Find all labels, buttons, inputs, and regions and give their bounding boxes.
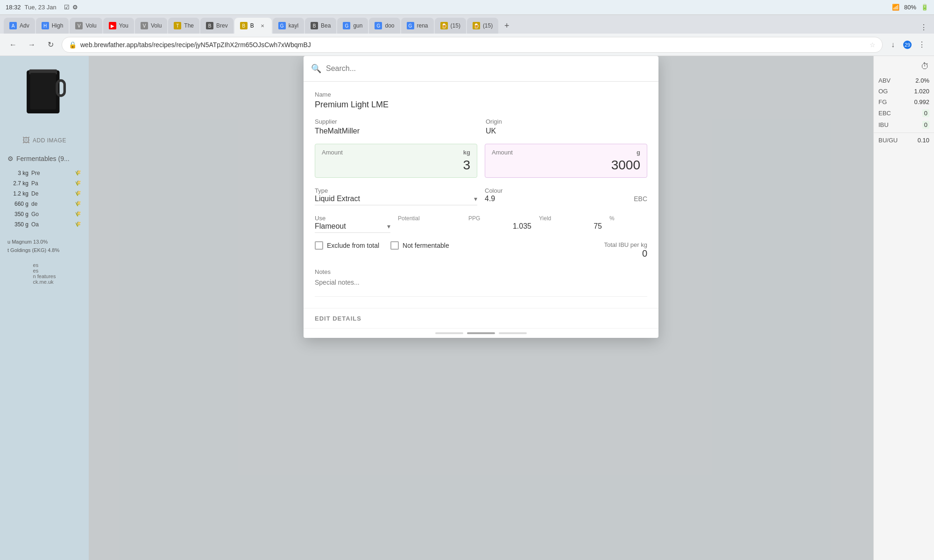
chevron-down-icon: ▾ bbox=[474, 195, 477, 203]
tab-bea[interactable]: B Bea bbox=[305, 18, 336, 34]
amount-kg-value[interactable]: 3 bbox=[322, 158, 470, 173]
name-label: Name bbox=[315, 91, 647, 98]
add-image-button[interactable]: 🖼 ADD IMAGE bbox=[17, 133, 72, 147]
type-field: Type Liquid Extract ▾ bbox=[315, 186, 477, 205]
tab-count2[interactable]: 🍺 (15) bbox=[467, 18, 498, 34]
supplier-field: Supplier TheMaltMiller bbox=[315, 118, 476, 135]
more-menu-button[interactable]: ⋮ bbox=[915, 38, 928, 51]
exclude-from-total-checkbox[interactable]: Exclude from total bbox=[315, 241, 379, 250]
battery-level: 80% bbox=[904, 4, 916, 11]
timer-icon: ⏱ bbox=[921, 62, 929, 71]
exclude-checkbox-box[interactable] bbox=[315, 241, 323, 250]
not-fermentable-checkbox-box[interactable] bbox=[390, 241, 399, 250]
tab-favicon-kayl: G bbox=[278, 22, 286, 29]
fermentables-icon: ⚙ bbox=[7, 155, 14, 162]
tab-favicon-volu1: V bbox=[75, 22, 83, 29]
ppg-value[interactable]: 1.035 bbox=[468, 222, 531, 231]
bugu-label: BU/GU bbox=[878, 137, 898, 144]
amount-fields: Amount kg 3 Amount g 3000 bbox=[315, 144, 647, 178]
amount-kg-unit: kg bbox=[463, 149, 470, 156]
tab-doo[interactable]: G doo bbox=[369, 18, 400, 34]
ingredient-name: Go bbox=[31, 211, 72, 217]
tab-you[interactable]: ▶ You bbox=[103, 18, 134, 34]
forward-button[interactable]: → bbox=[24, 37, 39, 52]
ppg-label: PPG bbox=[468, 215, 480, 222]
origin-label: Origin bbox=[486, 118, 647, 125]
taskbar-date: Tue, 23 Jan bbox=[25, 4, 57, 11]
tab-count1[interactable]: 🍺 (15) bbox=[435, 18, 466, 34]
tab-brev[interactable]: B Brev bbox=[200, 18, 234, 34]
address-bar[interactable]: 🔒 web.brewfather.app/tabs/recipes/recipe… bbox=[62, 37, 883, 53]
checkbox-ibu-row: Exclude from total Not fermentable Total… bbox=[315, 241, 647, 259]
amount-kg-field[interactable]: Amount kg 3 bbox=[315, 144, 477, 178]
add-image-label: ADD IMAGE bbox=[33, 137, 66, 144]
grain-icon: 🌾 bbox=[75, 170, 81, 176]
ingredient-name: De bbox=[31, 190, 72, 197]
tab-toolbar-right[interactable]: ⋮ bbox=[917, 21, 930, 34]
tab-favicon-the: T bbox=[174, 22, 181, 29]
tab-favicon-adv: A bbox=[9, 22, 17, 29]
tab-volu1[interactable]: V Volu bbox=[70, 18, 102, 34]
colour-label: Colour bbox=[485, 187, 502, 194]
tab-bar: A Adv H High V Volu ▶ You V Volu T The B… bbox=[0, 15, 934, 34]
back-button[interactable]: ← bbox=[6, 37, 21, 52]
main-content: 🔍 Name Premium Light LME S bbox=[89, 56, 873, 560]
modal-scroll-hints bbox=[304, 328, 658, 338]
tab-label-volu2: Volu bbox=[151, 22, 162, 29]
tab-the[interactable]: T The bbox=[168, 18, 199, 34]
use-select[interactable]: Flameout ▾ bbox=[315, 222, 390, 233]
amount-g-value[interactable]: 3000 bbox=[492, 158, 640, 173]
amount-g-field[interactable]: Amount g 3000 bbox=[485, 144, 647, 178]
tab-favicon-count2: 🍺 bbox=[473, 22, 480, 29]
ingredient-name: de bbox=[31, 201, 72, 207]
abv-label: ABV bbox=[878, 77, 891, 84]
tab-adv[interactable]: A Adv bbox=[4, 18, 35, 34]
search-input[interactable] bbox=[326, 64, 651, 73]
scroll-hint-2 bbox=[467, 332, 495, 334]
ingredient-name: Oa bbox=[31, 221, 72, 228]
grain-icon: 🌾 bbox=[75, 201, 81, 207]
type-select[interactable]: Liquid Extract ▾ bbox=[315, 195, 477, 205]
amount-kg-header: Amount kg bbox=[322, 149, 470, 156]
ingredient-amount: 3 kg bbox=[7, 170, 28, 176]
tab-label-kayl: kayl bbox=[289, 22, 298, 29]
right-sidebar-header: ⏱ bbox=[874, 60, 934, 75]
list-item: n features bbox=[33, 273, 56, 279]
tab-rena[interactable]: G rena bbox=[401, 18, 434, 34]
use-row: Use Flameout ▾ Potential PPG bbox=[315, 214, 647, 233]
tab-favicon-volu2: V bbox=[141, 22, 148, 29]
notes-textarea[interactable] bbox=[315, 276, 647, 297]
tab-label-adv: Adv bbox=[20, 22, 29, 29]
tab-favicon-count1: 🍺 bbox=[440, 22, 448, 29]
amount-g-unit: g bbox=[637, 149, 640, 156]
extension-badge[interactable]: 29 bbox=[903, 41, 912, 49]
new-tab-button[interactable]: + bbox=[499, 18, 514, 34]
tab-label-rena: rena bbox=[417, 22, 428, 29]
type-colour-row: Type Liquid Extract ▾ Colour 4.9 bbox=[315, 186, 647, 205]
list-item: 350 g Oa 🌾 bbox=[7, 221, 81, 228]
taskbar-right: 📶 80% 🔋 bbox=[892, 4, 928, 11]
reload-button[interactable]: ↻ bbox=[43, 37, 58, 52]
chevron-down-icon: ▾ bbox=[387, 223, 390, 230]
tab-close-b[interactable]: ✕ bbox=[259, 22, 266, 29]
tab-high[interactable]: H High bbox=[36, 18, 69, 34]
tab-favicon-gun: G bbox=[343, 22, 350, 29]
yield-value[interactable]: 75 bbox=[539, 222, 602, 231]
tab-favicon-rena: G bbox=[407, 22, 414, 29]
tab-kayl[interactable]: G kayl bbox=[273, 18, 304, 34]
colour-value[interactable]: 4.9 bbox=[485, 195, 495, 203]
tab-gun[interactable]: G gun bbox=[337, 18, 368, 34]
edit-details-button[interactable]: EDIT DETAILS bbox=[315, 315, 361, 322]
tab-volu2[interactable]: V Volu bbox=[135, 18, 167, 34]
tab-favicon-you: ▶ bbox=[109, 22, 116, 29]
star-icon[interactable]: ☆ bbox=[870, 41, 876, 49]
grain-icon: 🌾 bbox=[75, 180, 81, 187]
hop-name-goldings: t Goldings (EKG) 4.8% bbox=[7, 247, 59, 253]
abv-stat: ABV 2.0% bbox=[874, 75, 934, 86]
origin-field: Origin UK bbox=[486, 118, 647, 135]
list-item: 2.7 kg Pa 🌾 bbox=[7, 180, 81, 187]
not-fermentable-checkbox[interactable]: Not fermentable bbox=[390, 241, 449, 250]
tab-favicon-high: H bbox=[42, 22, 49, 29]
bookmark-icon[interactable]: ↓ bbox=[886, 38, 899, 51]
tab-b-active[interactable]: B B ✕ bbox=[234, 18, 272, 34]
